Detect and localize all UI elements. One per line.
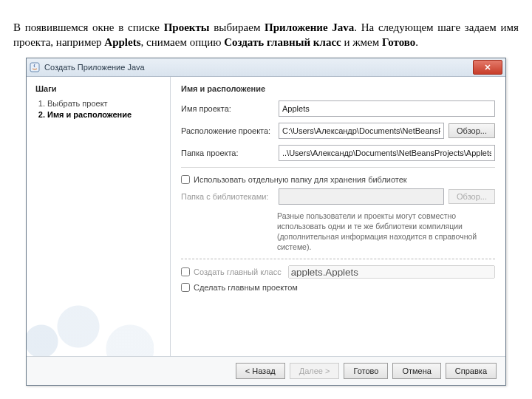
create-main-class-checkbox[interactable] [181,267,190,276]
browse-lib-button: Обзор... [449,189,495,204]
finish-button[interactable]: Готово [344,363,388,379]
button-bar: < Назад Далее > Готово Отмена Справка [27,356,505,385]
project-folder-input[interactable] [279,145,495,161]
use-dedicated-lib-checkbox[interactable] [181,175,190,184]
help-button[interactable]: Справка [446,363,497,379]
step-2: Имя и расположение [47,110,163,119]
use-dedicated-lib-label: Использовать отдельную папку для хранени… [194,175,407,184]
steps-heading: Шаги [35,84,163,93]
separator [181,167,495,168]
java-icon [30,62,40,72]
steps-panel: Шаги Выбрать проект Имя и расположение [27,77,171,356]
dotted-separator [181,258,495,259]
project-location-label: Расположение проекта: [181,126,274,135]
main-class-input [288,265,495,279]
project-name-input[interactable] [279,100,495,117]
decorative-bubbles [27,297,154,356]
titlebar: Создать Приложение Java [27,58,505,77]
set-main-project-checkbox[interactable] [181,283,190,292]
panel-heading: Имя и расположение [181,84,495,93]
browse-location-button[interactable]: Обзор... [449,123,495,138]
form-panel: Имя и расположение Имя проекта: Располож… [171,77,505,356]
create-main-class-label: Создать главный класс [194,267,282,276]
close-icon [484,64,491,71]
lib-hint-text: Разные пользователи и проекты могут совм… [277,211,495,253]
step-1: Выбрать проект [47,99,163,108]
instruction-text: В появившемся окне в списке Проекты выби… [13,20,519,50]
project-folder-label: Папка проекта: [181,149,274,157]
back-button[interactable]: < Назад [236,363,285,379]
wizard-dialog: Создать Приложение Java Шаги Выбрать про… [26,58,506,386]
dialog-title: Создать Приложение Java [44,63,473,72]
lib-folder-label: Папка с библиотеками: [181,192,274,201]
lib-folder-input [279,188,444,205]
close-button[interactable] [473,60,502,75]
project-name-label: Имя проекта: [181,104,274,113]
project-location-input[interactable] [279,123,444,139]
set-main-project-label: Сделать главным проектом [194,283,298,292]
next-button: Далее > [290,363,340,379]
cancel-button[interactable]: Отмена [392,363,440,379]
